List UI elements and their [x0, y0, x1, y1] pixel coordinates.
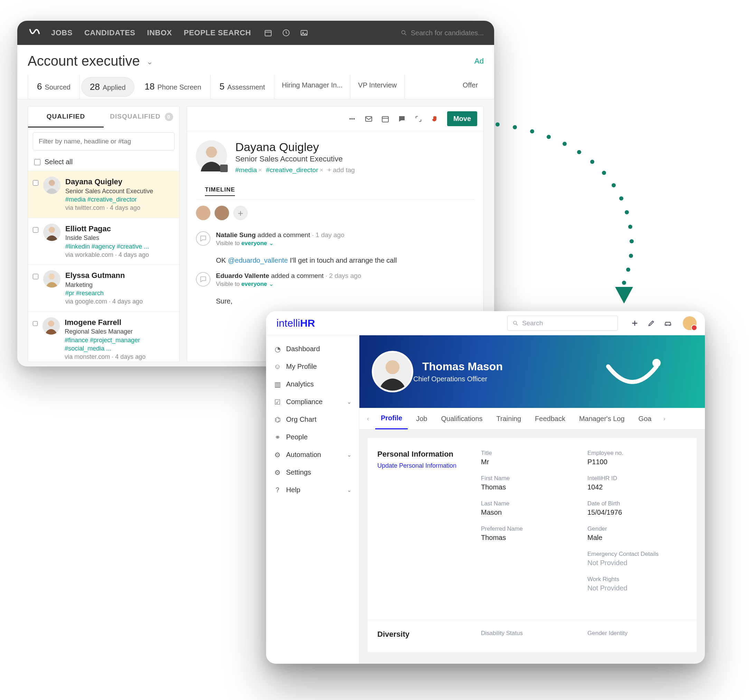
svg-rect-0	[265, 30, 271, 36]
nav-people-search[interactable]: PEOPLE SEARCH	[184, 28, 251, 38]
comment-visibility[interactable]: Visible to everyone ⌄	[216, 280, 361, 288]
participant-avatar[interactable]	[196, 206, 211, 220]
intelli-search[interactable]: Search	[507, 316, 618, 331]
stage-applied[interactable]: 28Applied	[81, 77, 134, 97]
calendar-icon[interactable]	[381, 114, 390, 123]
nav-jobs[interactable]: JOBS	[51, 28, 73, 38]
more-icon[interactable]: •••	[348, 114, 357, 123]
remove-tag-icon[interactable]: ×	[320, 166, 323, 173]
comment-verb: added a comment	[257, 231, 310, 239]
plus-icon[interactable]	[630, 319, 639, 328]
comment-visibility[interactable]: Visible to everyone ⌄	[216, 239, 345, 247]
comment-verb: added a comment	[271, 272, 323, 279]
svg-point-24	[563, 142, 567, 146]
tab-job[interactable]: Job	[410, 409, 433, 429]
stage-hiring-manager[interactable]: Hiring Manager In...	[275, 75, 351, 99]
pipeline-stages: 6Sourced 28Applied 18Phone Screen 5Asses…	[17, 75, 494, 99]
tab-training[interactable]: Training	[491, 409, 527, 429]
field-label: Employee no.	[587, 450, 687, 457]
candidate-checkbox[interactable]	[33, 274, 38, 279]
comment-icon[interactable]	[397, 114, 406, 123]
visibility-prefix: Visible to	[216, 240, 241, 247]
candidate-checkbox[interactable]	[33, 227, 38, 233]
hero-name: Thomas Mason	[422, 360, 503, 373]
candidate-checkbox[interactable]	[33, 180, 38, 186]
tab-feedback[interactable]: Feedback	[529, 409, 571, 429]
add-participant-button[interactable]: ＋	[233, 206, 248, 220]
candidate-row[interactable]: Elliott Pagac Inside Sales #linkedin #ag…	[28, 218, 179, 265]
stage-offer[interactable]: Offer	[452, 75, 494, 99]
update-personal-link[interactable]: Update Personal Information	[378, 462, 474, 469]
stage-sourced[interactable]: 6Sourced	[28, 75, 80, 99]
stage-phone-screen[interactable]: 18Phone Screen	[136, 75, 211, 99]
sidebar-item-org-chart[interactable]: ⌬Org Chart	[266, 411, 359, 428]
intellihr-window: intelliHR Search ◔Dashboard ☺My Profile …	[266, 311, 705, 664]
hand-stop-icon[interactable]	[431, 114, 440, 123]
mention[interactable]: @eduardo_vallente	[228, 256, 288, 264]
smile-decoration-icon	[601, 356, 663, 394]
move-button[interactable]: Move	[447, 111, 477, 126]
sidebar-item-analytics[interactable]: ▥Analytics	[266, 375, 359, 393]
tab-managers-log[interactable]: Manager's Log	[574, 409, 630, 429]
clock-icon[interactable]	[282, 29, 290, 37]
svg-point-20	[496, 122, 500, 127]
intelli-sidebar: ◔Dashboard ☺My Profile ▥Analytics ☑Compl…	[266, 335, 359, 664]
candidate-row[interactable]: Dayana Quigley Senior Sales Account Exec…	[28, 171, 179, 218]
sidebar-item-help[interactable]: ？Help⌄	[266, 481, 359, 499]
candidate-checkbox[interactable]	[33, 321, 37, 326]
sidebar-item-my-profile[interactable]: ☺My Profile	[266, 358, 359, 375]
remove-tag-icon[interactable]: ×	[258, 166, 262, 173]
avatar	[43, 177, 61, 194]
gear-icon: ⚙	[274, 469, 281, 477]
sidebar-item-compliance[interactable]: ☑Compliance⌄	[266, 393, 359, 411]
tab-profile[interactable]: Profile	[375, 408, 408, 429]
image-icon[interactable]	[300, 29, 308, 37]
current-user-avatar[interactable]	[683, 316, 697, 330]
select-all-checkbox[interactable]	[34, 159, 41, 165]
email-icon[interactable]	[364, 114, 373, 123]
tab-qualified[interactable]: QUALIFIED	[28, 106, 104, 128]
tab-scroll-right[interactable]: ›	[660, 411, 669, 427]
candidate-row[interactable]: Imogene Farrell Regional Sales Manager #…	[28, 312, 179, 366]
candidate-tags: #media #creative_director	[65, 195, 153, 204]
svg-rect-15	[366, 117, 372, 121]
sidebar-item-people[interactable]: ⚭People	[266, 428, 359, 446]
car-icon[interactable]	[663, 319, 672, 328]
svg-point-31	[628, 225, 632, 229]
expand-icon[interactable]	[414, 114, 423, 123]
sidebar-item-settings[interactable]: ⚙Settings	[266, 464, 359, 481]
stage-vp-interview[interactable]: VP Interview	[350, 75, 405, 99]
profile-tabs: ‹ Profile Job Qualifications Training Fe…	[359, 408, 705, 430]
sidebar-label: Help	[286, 486, 300, 494]
tab-scroll-left[interactable]: ‹	[363, 411, 373, 427]
timeline-tab[interactable]: TIMELINE	[205, 186, 235, 196]
add-tag-button[interactable]: + add tag	[327, 166, 355, 173]
diversity-row: Diversity Disability Status Gender Ident…	[378, 630, 687, 642]
tab-disqualified[interactable]: DISQUALIFIED 0	[104, 106, 179, 128]
nav-candidates[interactable]: CANDIDATES	[84, 28, 136, 38]
job-title[interactable]: Account executive ⌄	[28, 53, 153, 69]
calendar-icon[interactable]	[264, 29, 272, 37]
sidebar-item-automation[interactable]: ⚙Automation⌄	[266, 446, 359, 464]
participant-avatar[interactable]	[215, 206, 229, 220]
select-all-row[interactable]: Select all	[28, 155, 179, 171]
stage-assessment[interactable]: 5Assessment	[211, 75, 274, 99]
section-title: Personal Information	[378, 450, 474, 459]
global-search[interactable]: Search for candidates...	[401, 29, 484, 37]
avatar	[43, 223, 61, 241]
svg-rect-16	[382, 117, 388, 122]
tab-goals[interactable]: Goa	[633, 409, 657, 429]
profile-hero: Thomas Mason Chief Operations Officer	[359, 335, 705, 408]
candidate-row[interactable]: Elyssa Gutmann Marketing #pr #research v…	[28, 265, 179, 312]
comment-header: Natalie Sung added a comment · 1 day ago	[216, 231, 345, 239]
profile-tag[interactable]: #creative_director	[266, 166, 318, 173]
field-label: Gender	[587, 525, 687, 532]
filter-input[interactable]	[33, 133, 175, 150]
edit-icon[interactable]	[647, 319, 656, 328]
stage-count: 5	[219, 81, 224, 92]
add-button[interactable]: Ad	[474, 57, 484, 66]
tab-qualifications[interactable]: Qualifications	[436, 409, 488, 429]
profile-tag[interactable]: #media	[235, 166, 257, 173]
sidebar-item-dashboard[interactable]: ◔Dashboard	[266, 340, 359, 358]
nav-inbox[interactable]: INBOX	[147, 28, 172, 38]
